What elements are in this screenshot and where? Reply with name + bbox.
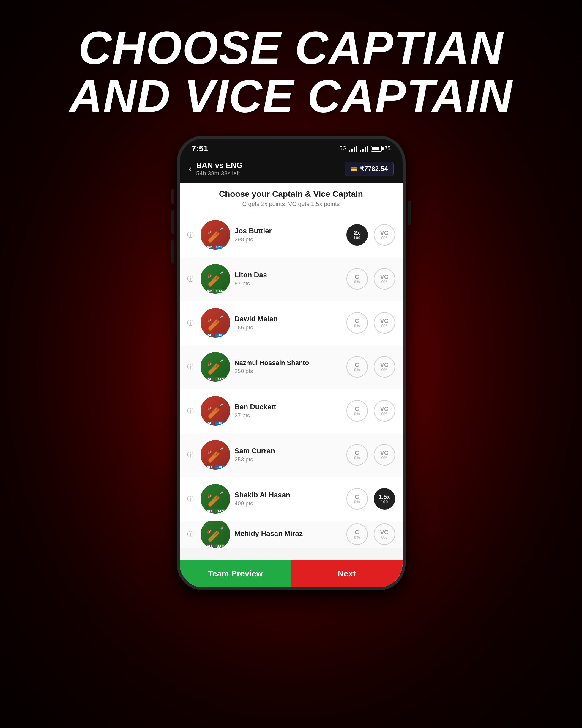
team-tag-ban: BAN <box>215 544 225 548</box>
match-title: BAN vs ENG <box>196 161 243 170</box>
player-points: 298 pts <box>235 236 342 243</box>
player-name: Shakib Al Hasan <box>235 491 342 499</box>
vice-captain-button[interactable]: 1.5x 100 <box>374 488 395 510</box>
list-item: ⓘ 🏏 WK BAN Liton Das 57 pts <box>180 257 403 301</box>
captain-pct: 0% <box>354 500 360 504</box>
app-header: ‹ BAN vs ENG 54h 38m 33s left 💳 ₹7782.54 <box>180 156 403 183</box>
hero-title: CHOOSE CAPTIAN AND VICE CAPTAIN <box>69 24 513 121</box>
captain-label: C <box>355 406 359 412</box>
captain-label: C <box>355 362 359 368</box>
vc-label: VC <box>380 529 389 535</box>
player-points: 57 pts <box>235 280 342 287</box>
captain-buttons: C 0% VC 0% <box>347 400 395 421</box>
player-details: Sam Curran 253 pts <box>235 447 342 463</box>
content-header: Choose your Captain & Vice Captain C get… <box>180 183 403 213</box>
vc-pct: 0% <box>381 324 387 328</box>
phone-frame: 7:51 5G 75 ‹ <box>177 135 406 590</box>
captain-button[interactable]: C 0% <box>347 400 368 421</box>
vice-captain-button[interactable]: VC 0% <box>374 523 395 545</box>
battery-fill <box>372 147 379 150</box>
player-details: Nazmul Hossain Shanto 250 pts <box>235 359 342 374</box>
content-subheading: C gets 2x points, VC gets 1.5x points <box>189 201 394 207</box>
match-info: BAN vs ENG 54h 38m 33s left <box>196 161 243 177</box>
list-item: ⓘ 🏏 ALL ENG Sam Curran 253 pts <box>180 433 403 477</box>
vc-label: VC <box>380 274 389 280</box>
captain-pct: 0% <box>354 324 360 328</box>
avatar: 🏏 ALL BAN <box>200 521 230 548</box>
info-icon[interactable]: ⓘ <box>187 230 196 239</box>
captain-button[interactable]: C 0% <box>347 523 368 545</box>
avatar: 🏏 BAT BAN <box>200 352 230 382</box>
captain-pct: 0% <box>354 456 360 460</box>
hero-line2: AND VICE CAPTAIN <box>69 72 513 121</box>
avatar: 🏏 BAT ENG <box>200 308 230 338</box>
captain-pct: 0% <box>354 535 360 539</box>
captain-button[interactable]: C 0% <box>347 444 368 466</box>
list-item: ⓘ 🏏 ALL BAN Mehidy Hasan Miraz <box>180 521 403 548</box>
player-details: Mehidy Hasan Miraz <box>235 529 342 539</box>
info-icon[interactable]: ⓘ <box>187 275 196 283</box>
captain-label: C <box>355 529 359 535</box>
player-name: Dawid Malan <box>235 315 342 323</box>
vice-captain-button[interactable]: VC 0% <box>374 356 395 378</box>
captain-button[interactable]: C 0% <box>347 312 368 334</box>
captain-buttons: C 0% VC 0% <box>347 444 395 466</box>
role-tag-wk: WK <box>205 289 214 293</box>
vc-label: VC <box>380 230 389 236</box>
vice-captain-button[interactable]: VC 0% <box>374 400 395 421</box>
info-icon[interactable]: ⓘ <box>187 450 196 459</box>
info-icon[interactable]: ⓘ <box>187 406 196 415</box>
avatar: 🏏 ALL ENG <box>200 440 230 470</box>
vice-captain-button[interactable]: VC 0% <box>374 444 395 466</box>
avatar: 🏏 WK ENG <box>200 220 230 250</box>
list-item: ⓘ 🏏 BAT BAN Nazmul Hossain Shanto 250 pt… <box>180 345 403 389</box>
avatar: 🏏 BAT ENG <box>200 396 230 426</box>
captain-buttons: C 0% VC 0% <box>347 523 395 545</box>
captain-button[interactable]: C 0% <box>347 488 368 510</box>
vc-label: VC <box>380 362 389 368</box>
role-badge: WK ENG <box>205 245 225 249</box>
player-details: Liton Das 57 pts <box>235 271 342 287</box>
power-button <box>409 201 411 225</box>
avatar: 🏏 ALL BAN <box>200 484 230 514</box>
captain-pct: 100 <box>354 236 360 240</box>
vc-pct: 100 <box>381 500 388 504</box>
team-tag-eng: ENG <box>215 333 225 337</box>
player-points: 409 pts <box>235 500 342 507</box>
player-points: 27 pts <box>235 412 342 419</box>
battery-pct-label: 75 <box>384 145 390 152</box>
vice-captain-button[interactable]: VC 0% <box>374 268 395 289</box>
wallet-icon: 💳 <box>350 165 358 173</box>
captain-label: 2x <box>354 230 360 236</box>
vc-pct: 0% <box>381 456 387 460</box>
vice-captain-button[interactable]: VC 0% <box>374 312 395 334</box>
info-icon[interactable]: ⓘ <box>187 362 196 371</box>
captain-pct: 0% <box>354 280 360 284</box>
back-button[interactable]: ‹ <box>189 163 192 174</box>
info-icon[interactable]: ⓘ <box>187 318 196 327</box>
vice-captain-button[interactable]: VC 0% <box>374 224 395 245</box>
captain-label: C <box>355 494 359 500</box>
role-tag-wk: WK <box>205 245 214 249</box>
next-button[interactable]: Next <box>291 560 403 588</box>
captain-buttons: 2x 100 VC 0% <box>347 224 395 245</box>
role-badge: BAT ENG <box>205 333 225 337</box>
status-time: 7:51 <box>192 144 208 153</box>
info-icon[interactable]: ⓘ <box>187 494 196 503</box>
signal-bars-icon <box>349 146 357 152</box>
info-icon[interactable]: ⓘ <box>187 530 196 539</box>
captain-button[interactable]: C 0% <box>347 268 368 289</box>
captain-label: C <box>355 450 359 456</box>
role-badge: ALL BAN <box>205 544 225 548</box>
hero-line1: CHOOSE CAPTIAN <box>69 24 513 72</box>
player-details: Shakib Al Hasan 409 pts <box>235 491 342 507</box>
list-item: ⓘ 🏏 WK ENG Jos Buttler 298 pts <box>180 213 403 257</box>
avatar: 🏏 WK BAN <box>200 264 230 294</box>
captain-button[interactable]: C 0% <box>347 356 368 378</box>
wallet-badge[interactable]: 💳 ₹7782.54 <box>344 162 394 176</box>
status-bar: 7:51 5G 75 <box>180 138 403 156</box>
team-preview-button[interactable]: Team Preview <box>180 560 291 588</box>
vc-pct: 0% <box>381 280 387 284</box>
captain-button[interactable]: 2x 100 <box>347 224 368 245</box>
wifi-signal-icon <box>360 146 368 152</box>
